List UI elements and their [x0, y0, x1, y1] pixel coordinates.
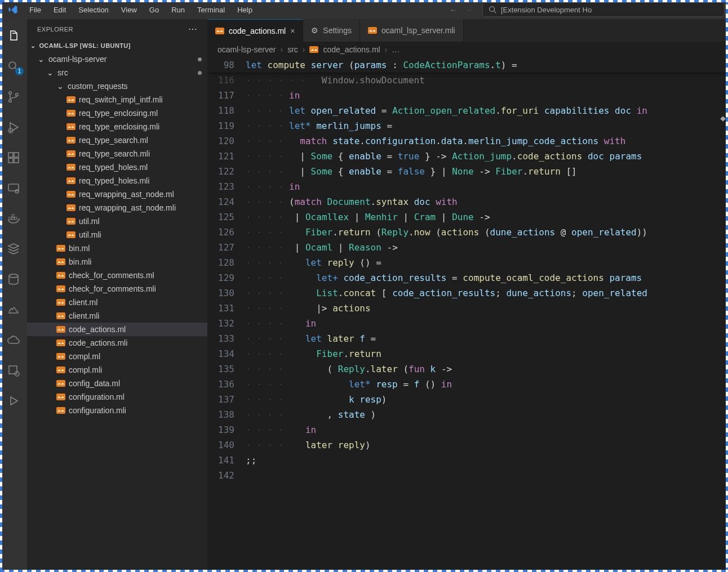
tree-file[interactable]: req_type_search.ml	[27, 133, 207, 147]
code-line[interactable]: 131· · · · |> actions	[207, 301, 728, 316]
code-line[interactable]: 116· · · · · · Window.showDocument	[207, 73, 728, 88]
code-line[interactable]: 140· · · · later reply)	[207, 437, 728, 453]
code-line[interactable]: 124· · · · (match Document.syntax doc wi…	[207, 194, 728, 209]
activity-run-button[interactable]	[0, 388, 27, 413]
code-line[interactable]: 138· · · · , state )	[207, 407, 728, 422]
menu-go[interactable]: Go	[144, 3, 165, 16]
tree-file[interactable]: config_data.ml	[27, 377, 207, 390]
tab-ocaml-lsp-server[interactable]: ocaml_lsp_server.mli	[360, 19, 464, 42]
file-label: req_typed_holes.ml	[79, 163, 148, 172]
code-line[interactable]: 125· · · · | Ocamllex | Menhir | Cram | …	[207, 209, 728, 225]
activity-extensions[interactable]	[0, 145, 27, 170]
tree-file[interactable]: code_actions.ml	[27, 323, 207, 336]
tree-file[interactable]: configuration.mli	[27, 404, 207, 417]
tree-file[interactable]: client.ml	[27, 296, 207, 309]
ocaml-file-icon	[66, 190, 76, 198]
crumb[interactable]: ocaml-lsp-server	[217, 45, 276, 54]
tab-code-actions[interactable]: code_actions.ml ×	[207, 19, 303, 42]
code-line[interactable]: 122· · · · | Some { enable = false } | N…	[207, 164, 728, 179]
code-line[interactable]: 118· · · · let open_related = Action_ope…	[207, 103, 728, 118]
tree-file[interactable]: compl.mli	[27, 363, 207, 377]
tree-file[interactable]: req_type_enclosing.mli	[27, 120, 207, 133]
code-line[interactable]: 135· · · · ( Reply.later (fun k ->	[207, 361, 728, 377]
crumb[interactable]: src	[287, 45, 298, 54]
sidebar-section-header[interactable]: ⌄ OCAML-LSP [WSL: UBUNTU]	[27, 39, 207, 52]
tree-folder-src[interactable]: ⌄ src	[27, 66, 207, 79]
menu-file[interactable]: File	[24, 3, 47, 16]
tree-file[interactable]: check_for_comments.mli	[27, 282, 207, 296]
tree-file[interactable]: util.mli	[27, 228, 207, 242]
code-line[interactable]: 127· · · · | Ocaml | Reason ->	[207, 240, 728, 255]
crumb[interactable]: …	[392, 45, 399, 54]
activity-search[interactable]: 1	[0, 54, 27, 79]
activity-debug[interactable]	[0, 115, 27, 140]
menu-help[interactable]: Help	[232, 3, 258, 16]
code-line[interactable]: 139· · · · in	[207, 422, 728, 437]
code-line[interactable]: 141;;	[207, 453, 728, 468]
tree-file[interactable]: req_type_search.mli	[27, 147, 207, 160]
tree-folder-root[interactable]: ⌄ ocaml-lsp-server	[27, 52, 207, 66]
line-number: 119	[207, 118, 246, 133]
menu-terminal[interactable]: Terminal	[192, 3, 230, 16]
menu-run[interactable]: Run	[166, 3, 190, 16]
code-line[interactable]: 126· · · · Fiber.return (Reply.now (acti…	[207, 225, 728, 240]
activity-ocaml[interactable]	[0, 297, 27, 322]
folder-label: src	[57, 68, 68, 77]
tree-file[interactable]: code_actions.mli	[27, 336, 207, 350]
tree-file[interactable]: compl.ml	[27, 350, 207, 363]
activity-remote[interactable]	[0, 176, 27, 200]
tree-file[interactable]: util.ml	[27, 214, 207, 228]
code-line[interactable]: 121· · · · | Some { enable = true } -> A…	[207, 149, 728, 164]
menu-selection[interactable]: Selection	[73, 3, 114, 16]
code-line[interactable]: 134· · · · Fiber.return	[207, 346, 728, 361]
file-label: req_wrapping_ast_node.mli	[79, 203, 176, 212]
code-line[interactable]: 120· · · · match state.configuration.dat…	[207, 133, 728, 149]
command-center[interactable]: [Extension Development Ho	[482, 2, 725, 17]
code-line[interactable]: 129· · · · let+ code_action_results = co…	[207, 270, 728, 285]
file-label: code_actions.mli	[69, 338, 127, 347]
menu-view[interactable]: View	[116, 3, 143, 16]
code-line[interactable]: 136· · · · let* resp = f () in	[207, 377, 728, 392]
tree-folder-custom-requests[interactable]: ⌄ custom_requests	[27, 79, 207, 93]
crumb[interactable]: code_actions.ml	[323, 45, 380, 54]
activity-remote-explorer[interactable]	[0, 358, 27, 383]
nav-back-icon[interactable]: ←	[450, 6, 457, 14]
menu-edit[interactable]: Edit	[48, 3, 72, 16]
tree-file[interactable]: req_wrapping_ast_node.ml	[27, 187, 207, 201]
code-line[interactable]: 128· · · · let reply () =	[207, 255, 728, 270]
line-number: 122	[207, 164, 246, 179]
code-line[interactable]: 133· · · · let later f =	[207, 331, 728, 346]
tree-file[interactable]: req_wrapping_ast_node.mli	[27, 201, 207, 214]
file-label: util.ml	[79, 217, 100, 226]
activity-database[interactable]	[0, 267, 27, 292]
file-tree[interactable]: ⌄ ocaml-lsp-server ⌄ src ⌄ custom_reques…	[27, 52, 207, 572]
tree-file[interactable]: bin.ml	[27, 242, 207, 255]
tree-file[interactable]: req_typed_holes.ml	[27, 160, 207, 174]
tree-file[interactable]: client.mli	[27, 309, 207, 323]
sidebar-more-icon[interactable]: ⋯	[188, 24, 198, 34]
code-line[interactable]: 123· · · · in	[207, 179, 728, 194]
code-line[interactable]: 132· · · · in	[207, 316, 728, 331]
tree-file[interactable]: req_typed_holes.mli	[27, 174, 207, 187]
activity-cloud[interactable]	[0, 328, 27, 352]
code-line[interactable]: 119· · · · let* merlin_jumps =	[207, 118, 728, 133]
tree-file[interactable]: check_for_comments.ml	[27, 269, 207, 282]
nav-forward-icon[interactable]: →	[465, 6, 472, 14]
tab-settings[interactable]: ⚙ Settings	[303, 19, 360, 42]
code-line[interactable]: 130· · · · List.concat [ code_action_res…	[207, 285, 728, 301]
breadcrumb[interactable]: ocaml-lsp-server › src › code_actions.ml…	[207, 42, 728, 57]
sticky-scroll-line[interactable]: 98 let compute server (params : CodeActi…	[207, 57, 728, 73]
tree-file[interactable]: bin.mli	[27, 255, 207, 269]
tree-file[interactable]: req_type_enclosing.ml	[27, 106, 207, 120]
code-line[interactable]: 142	[207, 468, 728, 483]
code-line[interactable]: 137· · · · k resp)	[207, 392, 728, 407]
activity-scm[interactable]	[0, 84, 27, 109]
code-editor[interactable]: 98 let compute server (params : CodeActi…	[207, 57, 728, 572]
tree-file[interactable]: configuration.ml	[27, 390, 207, 404]
activity-explorer[interactable]	[0, 24, 27, 48]
code-line[interactable]: 117· · · · in	[207, 88, 728, 103]
close-icon[interactable]: ×	[290, 26, 295, 35]
activity-docker[interactable]	[0, 206, 27, 231]
activity-stack[interactable]	[0, 236, 27, 261]
tree-file[interactable]: req_switch_impl_intf.mli	[27, 93, 207, 106]
